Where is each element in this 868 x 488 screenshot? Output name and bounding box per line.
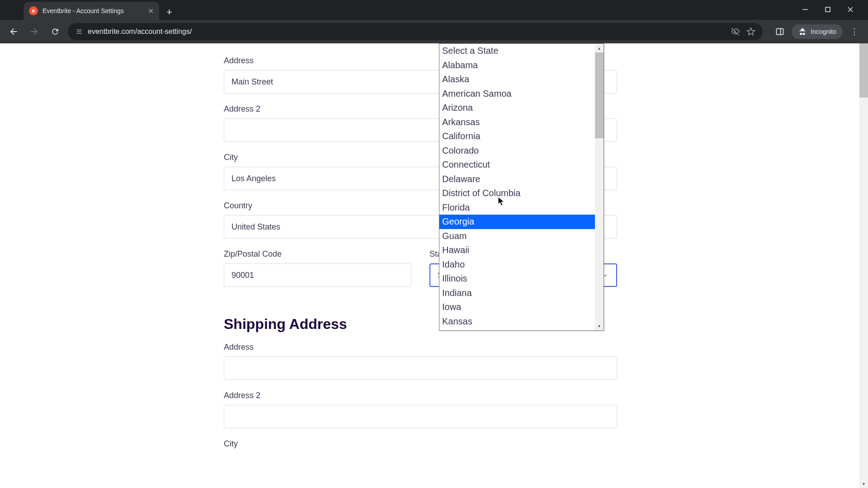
dropdown-option[interactable]: District of Columbia	[439, 186, 595, 201]
reload-button[interactable]	[47, 23, 63, 40]
browser-toolbar: eventbrite.com/account-settings/ Incogni…	[0, 20, 868, 43]
shipping-address2-input[interactable]	[224, 405, 617, 428]
close-window-button[interactable]	[844, 3, 857, 16]
tab-bar: e Eventbrite - Account Settings ✕ +	[0, 0, 868, 20]
new-tab-button[interactable]: +	[159, 7, 179, 17]
tab-title: Eventbrite - Account Settings	[42, 7, 143, 14]
dropdown-option[interactable]: Alaska	[439, 72, 595, 87]
dropdown-option[interactable]: Select a State	[439, 44, 595, 58]
zip-label: Zip/Postal Code	[224, 249, 411, 259]
dropdown-option[interactable]: Guam	[439, 229, 595, 244]
favicon: e	[29, 6, 38, 15]
browser-chrome: e Eventbrite - Account Settings ✕ +	[0, 0, 868, 43]
dropdown-option[interactable]: American Samoa	[439, 87, 595, 101]
dropdown-option[interactable]: Iowa	[439, 300, 595, 314]
zip-input[interactable]	[224, 263, 411, 287]
visibility-off-icon[interactable]	[731, 27, 740, 36]
page-content: Address Address 2 City Country Zip/Posta…	[0, 43, 868, 488]
forward-button[interactable]	[26, 23, 42, 40]
shipping-address-input[interactable]	[224, 357, 617, 380]
dropdown-option[interactable]: California	[439, 129, 595, 144]
state-dropdown-list[interactable]: Select a StateAlabamaAlaskaAmerican Samo…	[439, 43, 604, 331]
dropdown-option[interactable]: Arkansas	[439, 115, 595, 130]
dropdown-option[interactable]: Arizona	[439, 101, 595, 115]
shipping-city-label: City	[224, 439, 617, 449]
browser-tab[interactable]: e Eventbrite - Account Settings ✕	[24, 2, 159, 20]
scroll-thumb[interactable]	[859, 43, 868, 98]
page-scrollbar[interactable]: ▴ ▾	[859, 43, 868, 488]
browser-menu-button[interactable]: ⋮	[846, 23, 863, 40]
back-button[interactable]	[5, 23, 22, 40]
incognito-icon	[798, 27, 807, 36]
dropdown-option[interactable]: Connecticut	[439, 158, 595, 172]
dropdown-scroll-down[interactable]: ▾	[595, 322, 604, 330]
site-info-icon[interactable]	[75, 28, 83, 36]
dropdown-option[interactable]: Idaho	[439, 258, 595, 272]
dropdown-option[interactable]: Alabama	[439, 58, 595, 73]
bookmark-icon[interactable]	[746, 27, 755, 36]
dropdown-scrollbar[interactable]: ▴ ▾	[595, 44, 604, 330]
maximize-button[interactable]	[821, 3, 835, 16]
dropdown-option[interactable]: Delaware	[439, 172, 595, 187]
svg-rect-1	[826, 7, 830, 12]
shipping-address-label: Address	[224, 343, 617, 352]
incognito-badge[interactable]: Incognito	[792, 24, 843, 39]
incognito-label: Incognito	[811, 28, 836, 35]
svg-rect-4	[777, 28, 783, 34]
address-bar[interactable]: eventbrite.com/account-settings/	[68, 23, 763, 40]
shipping-address2-label: Address 2	[224, 391, 617, 400]
dropdown-option[interactable]: Florida	[439, 201, 595, 215]
dropdown-scroll-up[interactable]: ▴	[595, 44, 604, 52]
dropdown-option[interactable]: Indiana	[439, 286, 595, 300]
dropdown-option[interactable]: Kansas	[439, 314, 595, 329]
dropdown-option[interactable]: Georgia	[439, 215, 595, 229]
url-text: eventbrite.com/account-settings/	[88, 28, 726, 36]
scroll-down-arrow[interactable]: ▾	[859, 479, 868, 488]
dropdown-scroll-thumb[interactable]	[595, 52, 604, 138]
dropdown-option[interactable]: Hawaii	[439, 243, 595, 258]
side-panel-button[interactable]	[772, 23, 788, 40]
minimize-button[interactable]	[798, 3, 812, 16]
dropdown-option[interactable]: Colorado	[439, 144, 595, 158]
close-tab-icon[interactable]: ✕	[148, 7, 154, 15]
dropdown-option[interactable]: Illinois	[439, 272, 595, 286]
